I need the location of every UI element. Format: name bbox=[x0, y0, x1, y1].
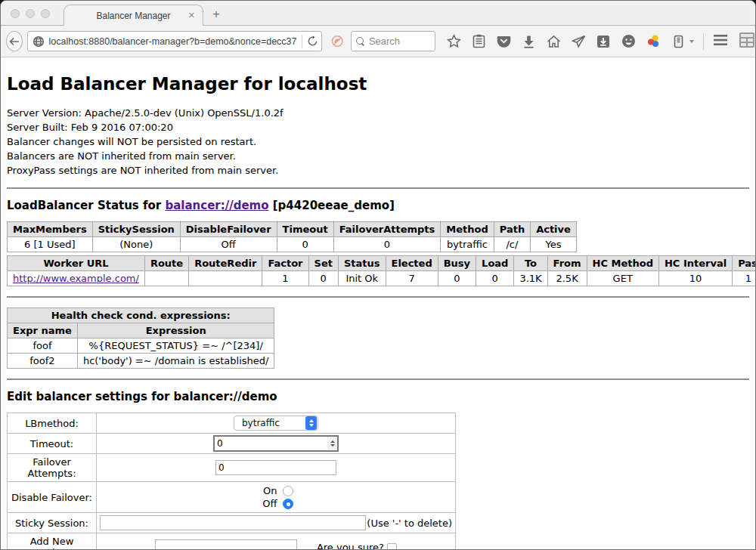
reading-list-icon[interactable] bbox=[471, 34, 486, 49]
number-stepper-icon[interactable] bbox=[327, 436, 338, 451]
add-worker-input[interactable] bbox=[155, 539, 297, 550]
proxypass-notice-line: ProxyPass settings are NOT inherited fro… bbox=[7, 163, 749, 178]
form-row-sticky-session: Sticky Session: (Use '-' to delete) bbox=[8, 513, 456, 533]
cell-expression: %{REQUEST_STATUS} =~ /^[234]/ bbox=[77, 338, 274, 354]
disable-failover-off-radio[interactable] bbox=[283, 499, 293, 509]
form-row-timeout: Timeout: bbox=[8, 434, 456, 454]
chevron-down-icon[interactable] bbox=[689, 40, 694, 43]
col-set: Set bbox=[308, 256, 338, 271]
bookmark-star-icon[interactable] bbox=[446, 34, 461, 49]
pocket-icon[interactable] bbox=[496, 34, 511, 49]
timeout-field[interactable] bbox=[214, 436, 338, 451]
reload-icon[interactable] bbox=[307, 36, 318, 47]
select-stepper-icon bbox=[305, 416, 317, 430]
balancer-status-heading: LoadBalancer Status for balancer://demo … bbox=[7, 199, 749, 212]
cell-set: 0 bbox=[308, 271, 338, 286]
heading-prefix: LoadBalancer Status for bbox=[7, 199, 165, 212]
back-button[interactable] bbox=[6, 31, 23, 51]
window-controls bbox=[11, 9, 50, 18]
col-path: Path bbox=[494, 222, 530, 237]
cell-passes: 1 (0) bbox=[733, 271, 756, 286]
url-bar[interactable]: localhost:8880/balancer-manager?b=demo&n… bbox=[27, 31, 322, 51]
section-divider bbox=[7, 187, 749, 189]
globe-icon bbox=[33, 36, 45, 48]
sticky-session-input[interactable] bbox=[100, 515, 366, 530]
sticky-session-hint: (Use '-' to delete) bbox=[367, 518, 452, 529]
tab-balancer-manager[interactable]: Balancer Manager ✕ bbox=[64, 5, 203, 26]
cell-load: 0 bbox=[476, 271, 514, 286]
cell-active: Yes bbox=[531, 237, 577, 252]
sticky-session-label: Sticky Session: bbox=[8, 513, 97, 533]
col-maxmembers: MaxMembers bbox=[8, 222, 93, 237]
col-method: Method bbox=[441, 222, 494, 237]
cell-elected: 7 bbox=[386, 271, 438, 286]
cell-route bbox=[144, 271, 188, 286]
minimize-window-button[interactable] bbox=[26, 9, 35, 18]
toolbar-separator bbox=[703, 33, 704, 50]
color-dots-icon[interactable] bbox=[646, 34, 661, 49]
section-divider bbox=[7, 379, 749, 380]
lbmethod-select[interactable]: bytraffic bbox=[234, 416, 318, 431]
failover-attempts-input[interactable] bbox=[215, 460, 336, 475]
balancer-status-table: MaxMembers StickySession DisableFailover… bbox=[7, 221, 577, 252]
worker-url-link[interactable]: http://www.example.com/ bbox=[13, 273, 139, 284]
form-row-lbmethod: LBmethod: bytraffic bbox=[8, 413, 456, 434]
table-header-row: Expr name Expression bbox=[8, 323, 274, 338]
menu-hamburger-icon[interactable] bbox=[713, 34, 728, 49]
page-content: Load Balancer Manager for localhost Serv… bbox=[1, 57, 755, 550]
cell-hc-method: GET bbox=[587, 271, 658, 286]
search-icon bbox=[356, 37, 364, 45]
search-placeholder: Search bbox=[369, 36, 400, 47]
search-bar[interactable]: Search bbox=[351, 31, 435, 51]
cell-disablefailover: Off bbox=[180, 237, 277, 252]
save-square-icon[interactable] bbox=[596, 34, 611, 49]
table-header-row: Worker URL Route RouteRedir Factor Set S… bbox=[8, 256, 756, 271]
lbmethod-selected-value: bytraffic bbox=[242, 418, 280, 428]
downloads-icon[interactable] bbox=[521, 34, 536, 49]
cell-expr-name: foof bbox=[8, 338, 78, 354]
worker-row: http://www.example.com/ 1 0 Init Ok 7 0 … bbox=[8, 271, 756, 286]
close-window-button[interactable] bbox=[11, 9, 20, 18]
table-header-row: MaxMembers StickySession DisableFailover… bbox=[8, 222, 577, 237]
table-title-row: Health check cond. expressions: bbox=[8, 308, 274, 323]
col-expr-name: Expr name bbox=[8, 323, 78, 338]
add-worker-label: Add New Worker: bbox=[8, 533, 97, 550]
form-row-disable-failover: Disable Failover: On Off bbox=[8, 482, 456, 513]
cell-hc-interval: 10 bbox=[658, 271, 732, 286]
health-check-table: Health check cond. expressions: Expr nam… bbox=[7, 307, 274, 369]
col-load: Load bbox=[476, 256, 514, 271]
col-status: Status bbox=[338, 256, 386, 271]
zoom-window-button[interactable] bbox=[41, 9, 50, 18]
home-icon[interactable] bbox=[546, 34, 561, 49]
cell-expr-name: foof2 bbox=[8, 354, 78, 369]
share-plane-icon[interactable] bbox=[571, 34, 586, 49]
cell-factor: 1 bbox=[262, 271, 308, 286]
lbmethod-label: LBmethod: bbox=[8, 413, 97, 434]
are-you-sure-checkbox[interactable] bbox=[387, 543, 397, 550]
page-grid-icon[interactable] bbox=[739, 32, 755, 51]
col-worker-url: Worker URL bbox=[8, 256, 145, 271]
edit-settings-heading: Edit balancer settings for balancer://de… bbox=[7, 390, 749, 403]
col-hc-interval: HC Interval bbox=[658, 256, 732, 271]
col-route: Route bbox=[144, 256, 188, 271]
url-text[interactable]: localhost:8880/balancer-manager?b=demo&n… bbox=[49, 36, 297, 47]
are-you-sure-label: Are you sure? bbox=[317, 542, 384, 550]
col-factor: Factor bbox=[262, 256, 308, 271]
cell-worker-url: http://www.example.com/ bbox=[8, 271, 145, 286]
hello-smiley-icon[interactable] bbox=[621, 34, 636, 49]
balancer-demo-link[interactable]: balancer://demo bbox=[165, 199, 268, 212]
form-row-failover-attempts: Failover Attempts: bbox=[8, 454, 456, 482]
col-active: Active bbox=[531, 222, 577, 237]
timeout-input[interactable] bbox=[214, 436, 327, 451]
col-passes: Passes bbox=[733, 256, 756, 271]
new-tab-button[interactable]: + bbox=[212, 7, 220, 22]
col-elected: Elected bbox=[386, 256, 438, 271]
content-blocked-icon[interactable] bbox=[331, 33, 343, 49]
cell-stickysession: (None) bbox=[92, 237, 180, 252]
close-tab-icon[interactable]: ✕ bbox=[188, 11, 195, 20]
device-battery-icon[interactable] bbox=[671, 34, 686, 49]
disable-failover-on-radio[interactable] bbox=[283, 486, 293, 496]
col-hc-method: HC Method bbox=[587, 256, 658, 271]
toolbar-icons bbox=[446, 34, 694, 49]
browser-window: Balancer Manager ✕ + localhost:8880/bala… bbox=[0, 0, 756, 550]
